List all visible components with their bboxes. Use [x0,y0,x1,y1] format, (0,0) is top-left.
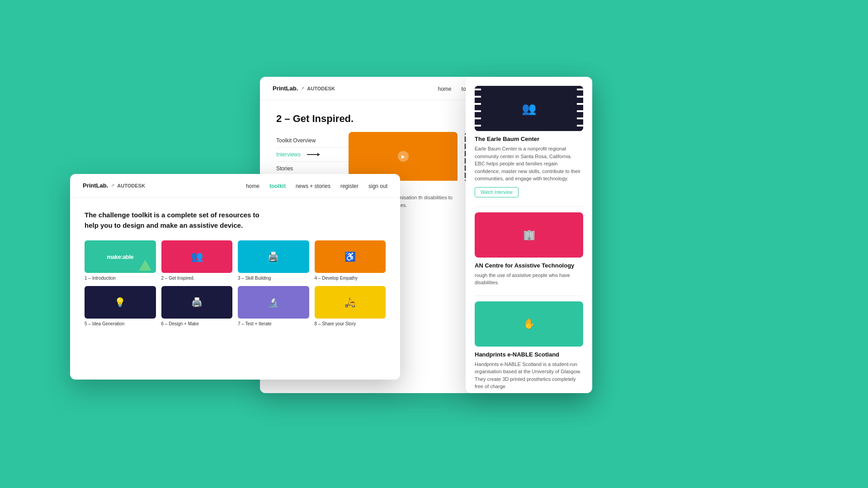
front-nav-home[interactable]: home [246,182,259,190]
toolkit-card-6[interactable]: 🖨️ 6 – Design + Make [161,286,233,326]
right-thumb-earle: 👥 [475,86,583,131]
back-logo-text: PrintLab. [273,85,298,92]
right-org-body: rough the use of assistive people who ha… [475,272,583,286]
right-earle-body: Earle Baum Center is a nonprofit regiona… [475,145,583,183]
toolkit-thumb-6: 🖨️ [161,286,233,319]
front-nav-news[interactable]: news + stories [296,182,330,190]
toolkit-thumb-8: 🛵 [315,286,386,319]
front-logo-text: PrintLab. [83,182,108,189]
back-logo-autodesk: AUTODESK [307,86,335,91]
thumb-inner-idea: 💡 [85,286,156,319]
thumb-inner-test: 🔬 [238,286,309,319]
front-hero-text: The challenge toolkit is a complete set … [85,210,265,230]
triangle-deco [139,260,151,271]
back-logo: PrintLab. ↗ AUTODESK [273,85,335,92]
back-card-1-thumb: ▶ [349,132,458,181]
thumb-inner-inspired: 👥 [161,240,233,273]
front-nav-toolkit[interactable]: toolkit [269,182,286,190]
right-thumb-handprints: ✋ [475,301,583,347]
design-fig: 🖨️ [191,297,203,308]
right-handprints-body: Handprints e-NABLE Scotland is a student… [475,361,583,390]
thumb-inner-design: 🖨️ [161,286,233,319]
play-icon-1[interactable]: ▶ [398,151,409,162]
toolkit-label-2: 2 – Get Inspired. [161,276,233,281]
toolkit-label-6: 6 – Design + Make [161,321,233,326]
test-fig: 🔬 [268,297,279,308]
toolkit-thumb-5: 💡 [85,286,156,319]
toolkit-card-4[interactable]: ♿ 4 – Develop Empathy [315,240,386,281]
thumb-inner-handprints: ✋ [475,301,583,347]
front-window: PrintLab. ↗ AUTODESK home toolkit news +… [70,174,400,380]
front-nav-signout[interactable]: sign out [368,182,387,190]
toolkit-thumb-2: 👥 [161,240,233,273]
thumb-inner-org: 🏢 [475,212,583,258]
right-divider-2 [475,296,583,296]
back-nav-home[interactable]: home [438,84,452,93]
toolkit-card-3[interactable]: 🖨️ 3 – Skill Building [238,240,309,281]
thumb-inner-1: ▶ [349,132,458,181]
sidebar-item-overview[interactable]: Toolkit Overview [276,134,349,148]
right-thumb-org: 🏢 [475,212,583,258]
front-logo: PrintLab. ↗ AUTODESK [83,182,145,189]
front-nav-bar: PrintLab. ↗ AUTODESK home toolkit news +… [70,174,400,197]
share-fig: 🛵 [344,297,356,308]
right-divider [475,206,583,207]
right-card-org: 🏢 AN Centre for Assistive Technology rou… [475,212,583,286]
thumb-inner-intro: make:able [85,240,156,273]
wheelchair-fig: ♿ [344,251,356,262]
handprints-fig: ✋ [523,318,535,330]
toolkit-card-2[interactable]: 👥 2 – Get Inspired. [161,240,233,281]
front-nav-links: home toolkit news + stories register sig… [246,182,387,190]
front-logo-sep: ↗ [111,183,114,188]
toolkit-label-8: 8 – Share your Story [315,321,386,326]
front-content: The challenge toolkit is a complete set … [70,197,400,335]
toolkit-thumb-3: 🖨️ [238,240,309,273]
sidebar-item-interviews[interactable]: Interviews [276,148,349,162]
right-handprints-title: Handprints e-NABLE Scotland [475,351,583,358]
org-fig: 🏢 [523,229,535,241]
toolkit-label-3: 3 – Skill Building [238,276,309,281]
toolkit-card-7[interactable]: 🔬 7 – Test + Iterate [238,286,309,326]
toolkit-label-1: 1 – Introduction [85,276,156,281]
sidebar-interviews-label: Interviews [276,151,301,158]
front-nav-register[interactable]: register [340,182,359,190]
earle-fig: 👥 [522,102,536,116]
printer-fig: 🖨️ [268,251,279,262]
thumb-inner-share: 🛵 [315,286,386,319]
right-watch-btn[interactable]: Watch Interview [475,187,519,197]
front-logo-autodesk: AUTODESK [117,183,145,188]
makeble-text: make:able [107,253,133,260]
arrow-right-icon [307,154,320,155]
right-earle-title: The Earle Baum Center [475,136,583,142]
toolkit-grid: make:able 1 – Introduction 👥 2 – Get Ins… [85,240,386,326]
right-org-title: AN Centre for Assistive Technology [475,262,583,269]
thumb-inner-skill: 🖨️ [238,240,309,273]
toolkit-thumb-1: make:able [85,240,156,273]
toolkit-card-8[interactable]: 🛵 8 – Share your Story [315,286,386,326]
toolkit-label-4: 4 – Develop Empathy [315,276,386,281]
toolkit-thumb-7: 🔬 [238,286,309,319]
idea-fig: 💡 [114,297,126,308]
back-logo-sep: ↗ [301,86,304,91]
right-panel: 👥 The Earle Baum Center Earle Baum Cente… [466,77,592,393]
toolkit-label-5: 5 – Idea Generation [85,321,156,326]
right-card-earle: 👥 The Earle Baum Center Earle Baum Cente… [475,86,583,197]
people-figures: 👥 [191,251,203,263]
filmstrip-earle: 👥 [475,86,583,131]
thumb-inner-empathy: ♿ [315,240,386,273]
toolkit-thumb-4: ♿ [315,240,386,273]
toolkit-card-1[interactable]: make:able 1 – Introduction [85,240,156,281]
toolkit-label-7: 7 – Test + Iterate [238,321,309,326]
toolkit-card-5[interactable]: 💡 5 – Idea Generation [85,286,156,326]
right-card-handprints: ✋ Handprints e-NABLE Scotland Handprints… [475,301,583,390]
